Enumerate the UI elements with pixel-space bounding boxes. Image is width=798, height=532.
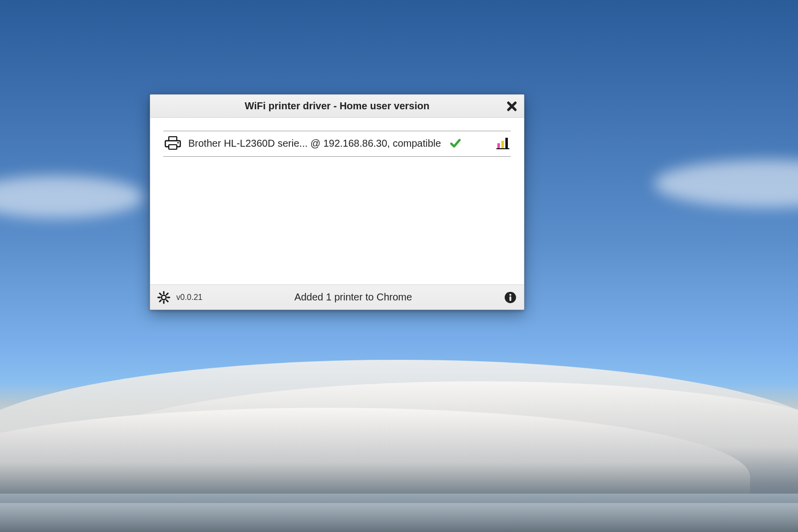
printer-label: Brother HL-L2360D serie... @ 192.168.86.… [188, 138, 441, 149]
svg-line-16 [160, 300, 161, 301]
svg-point-3 [177, 142, 179, 143]
ink-levels-button[interactable] [496, 137, 510, 149]
close-button[interactable] [505, 99, 519, 113]
svg-point-18 [509, 293, 511, 295]
settings-button[interactable] [157, 291, 170, 304]
gear-icon [158, 291, 170, 303]
svg-line-15 [166, 293, 168, 294]
close-icon [506, 100, 518, 112]
version-label: v0.0.21 [176, 293, 202, 302]
info-button[interactable] [504, 291, 517, 304]
svg-rect-2 [169, 145, 177, 149]
svg-rect-0 [169, 137, 177, 141]
printer-list-area: Brother HL-L2360D serie... @ 192.168.86.… [150, 118, 524, 284]
printer-icon [164, 136, 181, 150]
titlebar: WiFi printer driver - Home user version [150, 95, 524, 118]
printer-list: Brother HL-L2360D serie... @ 192.168.86.… [163, 131, 511, 157]
app-window: WiFi printer driver - Home user version … [150, 94, 524, 310]
svg-rect-7 [505, 138, 508, 148]
footer: v0.0.21 Added 1 printer to Chrome [150, 284, 524, 309]
svg-rect-5 [497, 143, 500, 148]
check-icon [450, 138, 461, 149]
svg-line-13 [160, 293, 161, 294]
status-text: Added 1 printer to Chrome [208, 291, 498, 303]
svg-line-14 [166, 300, 168, 301]
svg-rect-19 [509, 296, 511, 300]
window-title: WiFi printer driver - Home user version [245, 100, 429, 112]
svg-point-8 [161, 295, 166, 299]
info-icon [505, 291, 516, 303]
svg-rect-6 [501, 141, 504, 148]
printer-row[interactable]: Brother HL-L2360D serie... @ 192.168.86.… [163, 131, 511, 157]
